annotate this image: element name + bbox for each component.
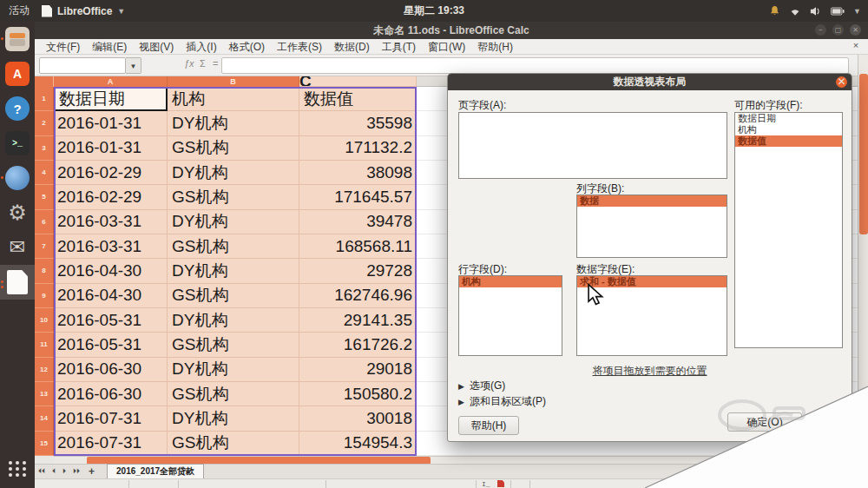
cell-c1[interactable]: 数据值 (299, 87, 417, 111)
column-header-c[interactable]: C (299, 76, 417, 87)
select-all-corner[interactable] (35, 76, 54, 87)
cell[interactable]: 39478 (299, 210, 417, 234)
cell[interactable]: 2016-06-30 (54, 382, 168, 406)
function-wizard-icon[interactable]: ƒx (184, 58, 194, 69)
close-document-icon[interactable]: × (849, 40, 863, 50)
cell[interactable]: DY机构 (168, 161, 299, 185)
list-item[interactable]: 数据日期 (735, 113, 842, 124)
cell[interactable]: 2016-03-31 (54, 234, 168, 259)
ok-button[interactable]: 确定(O) (727, 412, 802, 432)
column-header-b[interactable]: B (168, 76, 299, 87)
titlebar[interactable]: 未命名 11.ods - LibreOffice Calc − ▢ ✕ (35, 22, 868, 39)
options-expander[interactable]: ▶选项(G) (458, 379, 505, 393)
cell[interactable]: DY机构 (168, 406, 299, 431)
cell[interactable]: 150580.2 (299, 382, 417, 406)
horizontal-scrollbar[interactable] (54, 456, 858, 464)
menu-file[interactable]: 文件(F) (40, 39, 86, 55)
dialog-close-icon[interactable]: ✕ (836, 76, 847, 88)
row-header[interactable]: 4 (35, 161, 54, 185)
cell[interactable]: 2016-05-31 (54, 308, 168, 333)
menu-tools[interactable]: 工具(T) (376, 39, 422, 55)
cell[interactable]: 29018 (299, 358, 417, 382)
cell[interactable]: GS机构 (168, 185, 299, 209)
dock-item-terminal[interactable]: >_ (0, 126, 35, 161)
wifi-icon[interactable] (789, 6, 801, 16)
dock-item-browser[interactable] (0, 161, 35, 195)
row-header[interactable]: 12 (35, 358, 54, 382)
vertical-scrollbar[interactable] (858, 55, 868, 464)
next-sheet-icon[interactable]: ⏵ (59, 467, 69, 476)
cell[interactable]: 168568.11 (299, 234, 417, 259)
row-header[interactable]: 10 (35, 308, 54, 333)
equals-icon[interactable]: = (213, 58, 218, 69)
dock-item-software[interactable]: A (0, 56, 35, 91)
cell[interactable]: 2016-06-30 (54, 358, 168, 382)
cell[interactable]: 2016-01-31 (54, 111, 168, 135)
add-sheet-icon[interactable]: + (83, 465, 100, 478)
list-item-selected[interactable]: 数据值 (735, 135, 842, 147)
cell[interactable]: DY机构 (168, 358, 299, 382)
column-header-a[interactable]: A (54, 76, 168, 87)
menu-help[interactable]: 帮助(H) (471, 39, 519, 55)
cell[interactable]: 2016-07-31 (54, 432, 168, 456)
dock-item-mail[interactable]: ✉ (0, 230, 35, 265)
cell[interactable]: 30018 (299, 406, 417, 431)
close-button[interactable]: ✕ (850, 24, 861, 36)
menu-sheet[interactable]: 工作表(S) (271, 39, 328, 55)
menu-insert[interactable]: 插入(I) (180, 39, 222, 55)
show-applications-button[interactable] (0, 453, 35, 485)
first-sheet-icon[interactable]: ⏴⏴ (35, 467, 49, 476)
battery-icon[interactable] (831, 7, 845, 16)
maximize-button[interactable]: ▢ (832, 24, 844, 36)
dialog-titlebar[interactable]: 数据透视表布局 ✕ (448, 74, 852, 90)
cell-a1[interactable]: 数据日期 (54, 87, 168, 111)
row-header[interactable]: 8 (35, 259, 54, 283)
cell[interactable]: 2016-02-29 (54, 161, 168, 185)
row-header[interactable]: 9 (35, 284, 54, 308)
row-header[interactable]: 15 (35, 432, 54, 456)
cell[interactable]: GS机构 (168, 333, 299, 357)
cell[interactable]: 154954.3 (299, 432, 417, 456)
cell[interactable]: 171132.2 (299, 136, 417, 161)
cell[interactable]: 2016-05-31 (54, 333, 168, 357)
clock[interactable]: 星期二 19:33 (0, 3, 868, 18)
dock-item-settings[interactable]: ⚙ (0, 195, 35, 230)
cell[interactable]: 2016-07-31 (54, 406, 168, 431)
cell[interactable]: 35598 (299, 111, 417, 135)
cell[interactable]: 2016-02-29 (54, 185, 168, 209)
cell[interactable]: GS机构 (168, 382, 299, 406)
cell[interactable]: 38098 (299, 161, 417, 185)
row-header[interactable]: 14 (35, 406, 54, 431)
name-box-input[interactable] (39, 57, 126, 74)
cell[interactable]: DY机构 (168, 259, 299, 283)
row-header[interactable]: 5 (35, 185, 54, 209)
unsaved-changes-icon[interactable] (497, 480, 504, 487)
row-header[interactable]: 13 (35, 382, 54, 406)
source-target-expander[interactable]: ▶源和目标区域(P) (458, 394, 546, 409)
cell[interactable]: 2016-04-30 (54, 259, 168, 283)
previous-sheet-icon[interactable]: ⏴ (49, 467, 59, 476)
cell[interactable]: DY机构 (168, 210, 299, 234)
volume-icon[interactable] (810, 6, 822, 16)
cell[interactable]: 171645.57 (299, 185, 417, 209)
list-item-selected[interactable]: 机构 (459, 276, 562, 287)
cell-b1[interactable]: 机构 (168, 87, 299, 111)
row-header[interactable]: 2 (35, 111, 54, 135)
dock-item-libreoffice[interactable] (0, 265, 35, 300)
cell[interactable]: 29141.35 (299, 308, 417, 333)
cell[interactable]: 162746.96 (299, 284, 417, 308)
dock-item-files[interactable] (0, 22, 35, 56)
cell[interactable]: 161726.2 (299, 333, 417, 357)
row-header[interactable]: 3 (35, 136, 54, 161)
list-item-selected[interactable]: 数据 (577, 195, 727, 207)
minimize-button[interactable]: − (815, 24, 826, 36)
cell[interactable]: GS机构 (168, 284, 299, 308)
chevron-down-icon[interactable]: ▼ (853, 7, 861, 16)
page-fields-box[interactable] (458, 112, 727, 179)
cell[interactable]: GS机构 (168, 136, 299, 161)
menu-window[interactable]: 窗口(W) (422, 39, 471, 55)
row-header[interactable]: 1 (35, 87, 54, 111)
vertical-scrollbar-thumb[interactable] (859, 74, 868, 234)
sheet-tab[interactable]: 2016_2017全部贷款 (107, 464, 204, 479)
cell[interactable]: GS机构 (168, 234, 299, 259)
